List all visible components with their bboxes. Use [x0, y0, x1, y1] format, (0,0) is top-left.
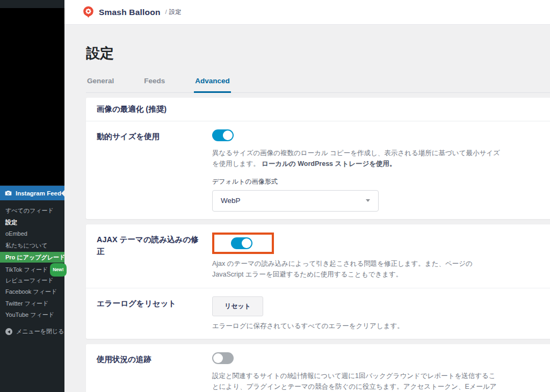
- smash-balloon-logo-icon: [83, 6, 94, 19]
- card-image-optimization: 画像の最適化 (推奨) 動的サイズを使用 異なるサイズの画像の複数のローカル コ…: [86, 98, 550, 219]
- sidebar-item-facebook-feed[interactable]: Facebook フィード: [0, 286, 64, 298]
- sidebar-item-reviews-feed[interactable]: レビューフィード: [0, 275, 64, 287]
- collapse-menu-label: メニューを閉じる: [16, 328, 64, 336]
- setting-row-dynamic-size: 動的サイズを使用 異なるサイズの画像の複数のローカル コピーを作成し、表示される…: [86, 121, 550, 219]
- sidebar-item-oembed[interactable]: oEmbed: [0, 228, 64, 240]
- settings-tabs: General Feeds Advanced: [86, 77, 550, 93]
- image-format-value: WebP: [221, 197, 241, 205]
- breadcrumb: /設定: [165, 8, 182, 16]
- chevron-down-icon: [366, 199, 370, 202]
- collapse-menu-button[interactable]: メニューを閉じる: [0, 328, 64, 336]
- usage-tracking-toggle[interactable]: [212, 352, 234, 364]
- brand-name: Smash Balloon: [99, 8, 161, 17]
- sidebar-item-twitter-feed[interactable]: Twitter フィード: [0, 298, 64, 310]
- sidebar-item-tiktok-feed[interactable]: TikTok フィードNew!: [0, 263, 64, 275]
- tab-advanced[interactable]: Advanced: [194, 77, 231, 93]
- setting-label: エラーログをリセット: [97, 296, 212, 331]
- card-ajax-errorlog: AJAX テーマの読み込みの修正 Ajax のテーマの読み込みによって引き起こさ…: [86, 224, 550, 339]
- sidebar-item-label: Instagram Feed: [16, 190, 61, 197]
- dynamic-size-toggle[interactable]: [212, 129, 234, 141]
- setting-description: 異なるサイズの画像の複数のローカル コピーを作成し、表示される場所に基づいて最小…: [212, 148, 502, 170]
- setting-row-usage-tracking: 使用状況の追跡 設定と関連するサイトの統計情報について週に1回バックグラウンドで…: [86, 344, 550, 392]
- setting-label: AJAX テーマの読み込みの修正: [97, 233, 212, 280]
- sidebar-item-instagram-feed[interactable]: Instagram Feed: [0, 186, 64, 200]
- setting-description: エラーログに保存されているすべてのエラーをクリアします。: [212, 321, 502, 331]
- sidebar-item-upgrade-pro[interactable]: Pro にアップグレード: [0, 252, 64, 263]
- card-usage-tracking: 使用状況の追跡 設定と関連するサイトの統計情報について週に1回バックグラウンドで…: [86, 344, 550, 392]
- sidebar-item-settings[interactable]: 設定: [0, 217, 64, 229]
- setting-description: Ajax のテーマの読み込みによって引き起こされる問題を修正します。また、ページ…: [212, 258, 502, 280]
- collapse-arrow-icon: [5, 328, 12, 335]
- sidebar-item-youtube-feed[interactable]: YouTube フィード: [0, 309, 64, 321]
- setting-label: 動的サイズを使用: [97, 129, 212, 212]
- reset-button[interactable]: リセット: [212, 296, 263, 316]
- tab-feeds[interactable]: Feeds: [143, 77, 166, 92]
- image-format-label: デフォルトの画像形式: [212, 177, 540, 186]
- camera-icon: [5, 190, 12, 197]
- setting-description: 設定と関連するサイトの統計情報について週に1回バックグラウンドでレポートを送信す…: [212, 371, 502, 392]
- page-title: 設定: [86, 25, 550, 63]
- plugin-header: Smash Balloon /設定: [64, 0, 550, 25]
- setting-row-error-log: エラーログをリセット リセット エラーログに保存されているすべてのエラーをクリア…: [86, 288, 550, 339]
- image-format-select[interactable]: WebP: [212, 190, 379, 212]
- ajax-theme-loading-toggle[interactable]: [231, 237, 252, 249]
- ajax-toggle-highlight-box: [212, 233, 274, 254]
- breadcrumb-current: 設定: [169, 9, 182, 15]
- main-area: Smash Balloon /設定 設定 General Feeds Advan…: [64, 0, 550, 392]
- setting-row-ajax-fix: AJAX テーマの読み込みの修正 Ajax のテーマの読み込みによって引き起こさ…: [86, 224, 550, 288]
- current-menu-arrow: [61, 190, 64, 197]
- tab-general[interactable]: General: [86, 77, 115, 92]
- sidebar-item-all-feeds[interactable]: すべてのフィード: [0, 205, 64, 217]
- sidebar-item-about-us[interactable]: 私たちについて: [0, 240, 64, 252]
- admin-sidebar: Instagram Feed すべてのフィード 設定 oEmbed 私たちについ…: [0, 0, 64, 392]
- setting-label: 使用状況の追跡: [97, 352, 212, 392]
- section-heading: 画像の最適化 (推奨): [86, 98, 550, 121]
- new-badge: New!: [50, 263, 66, 277]
- redacted-menu-area: [0, 8, 64, 185]
